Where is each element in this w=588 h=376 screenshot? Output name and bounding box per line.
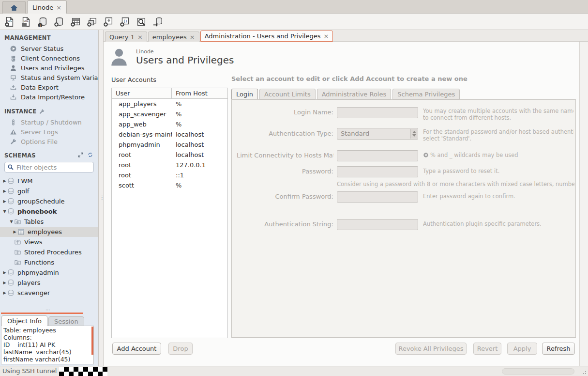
login-name-hint: You may create multiple accounts with th… [423, 108, 573, 121]
password-label: Password: [237, 168, 333, 175]
tab-object-info[interactable]: Object Info [1, 315, 47, 326]
limit-hosts-hint: % and _ wildcards may be used [423, 152, 573, 158]
auth-string-hint: Authentication plugin specific parameter… [423, 220, 573, 227]
tree-item-label: scavenger [17, 289, 50, 297]
expand-arrow-icon[interactable]: ▶ [2, 281, 7, 285]
schema-filter-input[interactable] [16, 164, 89, 171]
schema-tree-item-functions[interactable]: Functions [0, 257, 98, 267]
db-info-icon[interactable]: i [36, 15, 49, 28]
schema-tree-item-employees[interactable]: ▶employees [0, 227, 98, 237]
collapse-arrow-icon[interactable]: ▼ [9, 219, 14, 224]
sidebar-item-label: Status and System Variables [21, 74, 98, 81]
password-input [337, 166, 418, 177]
column-header-user[interactable]: User [112, 88, 172, 98]
refresh-schemas-icon[interactable] [87, 152, 93, 158]
table-row[interactable]: app_web% [112, 119, 227, 129]
expand-arrow-icon[interactable]: ▶ [2, 291, 7, 295]
tab-label: employees [152, 33, 187, 41]
collapse-arrow-icon[interactable]: ▼ [2, 209, 7, 214]
schema-tree-item-tables[interactable]: ▼Tables [0, 217, 98, 227]
table-row[interactable]: app_scavenger% [112, 109, 227, 119]
tab-administration-users[interactable]: Administration - Users and Privileges× [200, 31, 333, 42]
user-silhouette-icon [109, 47, 129, 67]
sidebar-item-data-export[interactable]: Data Export [0, 82, 98, 92]
status-bar: Using SSH tunnel to [0, 366, 588, 376]
column-header-from-host[interactable]: From Host [172, 88, 208, 98]
schema-tree-item-views[interactable]: Views [0, 237, 98, 247]
sidebar-item-label: Server Status [21, 45, 63, 52]
tab-employees[interactable]: employees× [148, 31, 199, 42]
schema-tree-item-fwm[interactable]: ▶FWM [0, 176, 98, 186]
refresh-button[interactable]: Refresh [542, 343, 575, 355]
tab-schema-privileges: Schema Privileges [392, 89, 460, 99]
sidebar-item-label: Data Import/Restore [21, 94, 85, 101]
splitter-grip[interactable] [45, 307, 51, 313]
expand-arrow-icon[interactable]: ▶ [2, 179, 7, 183]
tab-administrative-roles: Administrative Roles [317, 89, 392, 99]
schema-tree-item-golf[interactable]: ▶golf [0, 186, 98, 196]
home-tab[interactable] [2, 1, 26, 14]
expand-schemas-icon[interactable] [77, 152, 84, 158]
function-create-icon[interactable] [118, 15, 131, 28]
sidebar-item-server-status[interactable]: Server Status [0, 44, 98, 53]
table-icon [17, 228, 25, 235]
schema-tree-item-groupschedule[interactable]: ▶groupSchedule [0, 196, 98, 206]
procedure-create-icon[interactable] [102, 15, 115, 28]
add-account-button[interactable]: Add Account [112, 343, 161, 355]
view-create-icon[interactable] [85, 15, 98, 28]
sidebar-item-system-variables[interactable]: Status and System Variables [0, 73, 98, 82]
table-row[interactable]: debian-sys-maintlocalhost [112, 129, 227, 140]
apply-button: Apply [507, 343, 537, 355]
schema-icon [7, 177, 15, 185]
schema-tree-item-stored-procedures[interactable]: Stored Procedures [0, 247, 98, 257]
expand-arrow-icon[interactable]: ▶ [12, 230, 17, 234]
auth-type-select: Standard [337, 128, 418, 140]
close-icon[interactable]: × [190, 33, 195, 41]
expand-arrow-icon[interactable]: ▶ [2, 189, 7, 193]
sql-new-icon[interactable] [3, 15, 16, 28]
reconnect-db-icon[interactable] [151, 15, 164, 28]
revert-button: Revert [473, 343, 501, 355]
sidebar-item-startup-shutdown: Startup / Shutdown [0, 117, 98, 127]
auth-string-input [337, 219, 418, 230]
connection-tab[interactable]: Linode × [27, 0, 67, 14]
schema-tree-item-phpmyadmin[interactable]: ▶phpmyadmin [0, 267, 98, 278]
auth-type-hint: For the standard password and/or host ba… [423, 128, 573, 142]
tree-item-label: players [17, 279, 41, 286]
object-info-scrollbar[interactable] [91, 327, 93, 355]
sidebar-item-data-import[interactable]: Data Import/Restore [0, 92, 98, 102]
sidebar-item-users-privileges[interactable]: Users and Privileges [0, 63, 98, 73]
expand-arrow-icon[interactable]: ▶ [2, 270, 7, 275]
expand-arrow-icon[interactable]: ▶ [2, 199, 7, 204]
schema-icon [7, 279, 15, 286]
sidebar-item-label: Options File [21, 138, 58, 145]
main-scrollbar[interactable] [579, 42, 588, 366]
search-data-icon[interactable] [135, 15, 148, 28]
table-row[interactable]: scott% [112, 180, 227, 190]
tab-query-1[interactable]: Query 1× [105, 31, 147, 42]
table-row[interactable]: root127.0.0.1 [112, 160, 227, 170]
document-tab-bar: Query 1× employees× Administration - Use… [104, 30, 588, 42]
table-row[interactable]: phpmyadminlocalhost [112, 140, 227, 150]
table-row[interactable]: app_players% [112, 99, 227, 109]
tab-login[interactable]: Login [231, 89, 258, 99]
table-row[interactable]: root::1 [112, 170, 227, 180]
schema-tree-item-scavenger[interactable]: ▶scavenger [0, 288, 98, 298]
server-logs-icon [10, 128, 17, 136]
close-icon[interactable]: × [137, 33, 143, 41]
sidebar-splitter[interactable] [98, 30, 104, 366]
schema-tree-item-phonebook[interactable]: ▼phonebook [0, 206, 98, 217]
sql-open-icon[interactable] [19, 15, 32, 28]
table-create-icon[interactable] [69, 15, 82, 28]
close-icon[interactable]: × [56, 4, 61, 11]
table-row[interactable]: rootlocalhost [112, 150, 227, 160]
sidebar-item-client-connections[interactable]: Client Connections [0, 53, 98, 63]
tree-item-label: golf [17, 188, 29, 195]
close-icon[interactable]: × [323, 32, 329, 40]
schema-create-icon[interactable] [52, 15, 65, 28]
schema-tree-item-players[interactable]: ▶players [0, 278, 98, 288]
resize-grip-icon[interactable] [581, 369, 587, 375]
tab-session[interactable]: Session [48, 316, 84, 326]
user-accounts-table: User From Host app_players% app_scavenge… [111, 88, 228, 338]
sidebar-item-label: Startup / Shutdown [21, 119, 82, 126]
